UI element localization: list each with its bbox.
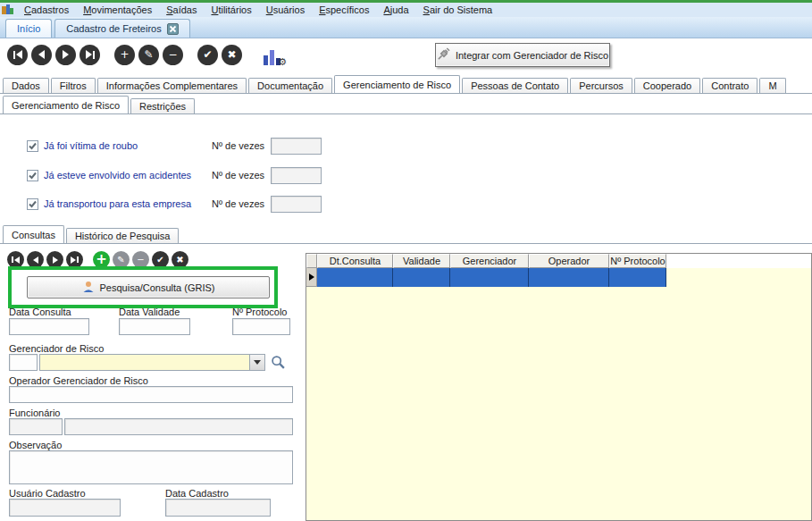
consulta-edit-button[interactable]: ✎	[113, 251, 130, 268]
grid-header: Dt.Consulta Validade Gerenciador Operado…	[306, 254, 811, 268]
tab-clipped[interactable]: M	[759, 78, 785, 93]
menu-item-label: adastros	[31, 4, 69, 15]
tab-inicio[interactable]: Início	[5, 19, 52, 38]
consulta-nav-prev-button[interactable]	[27, 251, 44, 268]
tab-documentacao[interactable]: Documentação	[248, 78, 332, 93]
data-cadastro-label: Data Cadastro	[165, 488, 229, 499]
funcionario-label: Funcionário	[9, 408, 60, 418]
menu-item-movimentacoes[interactable]: Movimentações	[76, 3, 159, 17]
menu-item-ajuda[interactable]: Ajuda	[376, 3, 415, 17]
grid-col-operador[interactable]: Operador	[529, 254, 609, 268]
gerenciador-code-input[interactable]	[9, 354, 38, 371]
data-consulta-input[interactable]	[9, 318, 89, 335]
consulta-confirm-button[interactable]: ✔	[152, 251, 169, 268]
grid-col-validade[interactable]: Validade	[393, 254, 450, 268]
tab-cooperado[interactable]: Cooperado	[634, 78, 700, 93]
consulta-toolbar: + ✎ − ✔ ✖	[7, 251, 191, 268]
grid-col-dt-consulta[interactable]: Dt.Consulta	[317, 254, 393, 268]
row-indicator-cell	[306, 268, 317, 287]
consulta-add-button[interactable]: +	[93, 251, 110, 268]
checkbox-transportou[interactable]	[27, 198, 38, 210]
subtab-gerenciamento-de-risco[interactable]: Gerenciamento de Risco	[3, 96, 129, 114]
consulta-cancel-button[interactable]: ✖	[172, 251, 188, 268]
menu-item-label: suários	[273, 4, 305, 15]
times-label: Nº de vezes	[212, 198, 264, 209]
funcionario-code-input[interactable]	[9, 418, 63, 435]
menu-item-usuarios[interactable]: Usuários	[259, 3, 312, 17]
times-label: Nº de vezes	[212, 170, 264, 181]
person-icon	[82, 281, 95, 295]
confirm-button[interactable]: ✔	[197, 45, 218, 65]
menu-item-label: aídas	[173, 4, 197, 15]
num-protocolo-input[interactable]	[232, 318, 290, 335]
integrate-button-label: Integrar com Gerenciador de Risco	[456, 50, 608, 61]
tab-contrato[interactable]: Contrato	[702, 78, 758, 93]
tab-label: Cadastro de Freteiros	[66, 21, 161, 38]
search-button-label: Pesquisa/Consulta (GRIS)	[100, 282, 215, 293]
grid-col-gerenciador[interactable]: Gerenciador	[450, 254, 529, 268]
menu-item-cadastros[interactable]: Cadastros	[17, 3, 76, 17]
nav-first-button[interactable]	[7, 45, 28, 65]
delete-button[interactable]: −	[163, 45, 183, 65]
data-cadastro-input[interactable]	[165, 499, 271, 517]
tab-pessoas-de-contato[interactable]: Pessoas de Contato	[462, 78, 568, 93]
subtab-restricoes[interactable]: Restrições	[130, 98, 195, 113]
menu-item-especificos[interactable]: Específicos	[312, 3, 376, 17]
observacao-textarea[interactable]	[9, 450, 293, 484]
pesquisa-consulta-gris-button[interactable]: Pesquisa/Consulta (GRIS)	[27, 276, 270, 298]
edit-button[interactable]: ✎	[138, 45, 159, 65]
selected-grid-row[interactable]	[317, 268, 666, 287]
add-button[interactable]: +	[114, 45, 135, 65]
times-input-acidentes[interactable]	[271, 167, 322, 184]
consulta-nav-next-button[interactable]	[46, 251, 63, 268]
usuario-cadastro-input[interactable]	[9, 499, 121, 517]
chart-report-icon[interactable]: ⚙	[262, 44, 285, 65]
data-validade-input[interactable]	[119, 318, 190, 335]
row-indicator-icon	[309, 273, 314, 281]
menu-item-label: air do Sistema	[430, 4, 492, 15]
consulta-grid: Dt.Consulta Validade Gerenciador Operado…	[306, 253, 812, 521]
search-icon[interactable]	[271, 355, 287, 371]
tab-dados[interactable]: Dados	[3, 78, 49, 93]
consulta-delete-button[interactable]: −	[132, 251, 149, 268]
grid-col-num-protocolo[interactable]: Nº Protocolo	[609, 254, 666, 268]
menu-item-saidas[interactable]: Saídas	[159, 3, 204, 17]
consulta-nav-last-button[interactable]	[66, 251, 83, 268]
menu-item-sair[interactable]: Sair do Sistema	[416, 3, 500, 17]
cancel-button[interactable]: ✖	[222, 45, 242, 65]
checkbox-vitima-roubo[interactable]	[27, 140, 38, 152]
menu-item-label: ovimentações	[91, 4, 152, 15]
gerenciador-combobox[interactable]	[39, 354, 265, 371]
tab-cadastro-freteiros[interactable]: Cadastro de Freteiros	[54, 19, 189, 38]
close-tab-icon[interactable]	[167, 23, 179, 35]
checkbox-acidentes[interactable]	[27, 170, 38, 181]
window-tab-bar: Início Cadastro de Freteiros	[0, 17, 812, 38]
grid-cell	[529, 268, 609, 287]
tab-filtros[interactable]: Filtros	[51, 78, 96, 93]
tab-consultas[interactable]: Consultas	[3, 225, 64, 244]
nav-last-button[interactable]	[80, 45, 100, 65]
times-input-roubo[interactable]	[271, 138, 322, 155]
operador-input[interactable]	[9, 386, 293, 403]
check-row-transportou: Já transportou para esta empresa Nº de v…	[27, 196, 331, 212]
risk-tab-strip: Gerenciamento de Risco Restrições	[0, 96, 812, 114]
integrate-risk-button[interactable]: Integrar com Gerenciador de Risco	[435, 43, 610, 67]
nav-next-button[interactable]	[55, 45, 76, 65]
nav-prev-button[interactable]	[31, 45, 52, 65]
menu-item-utilitarios[interactable]: Utilitários	[204, 3, 258, 17]
times-input-transportou[interactable]	[271, 196, 322, 213]
menu-item-label: juda	[390, 4, 409, 15]
tab-informacoes-complementares[interactable]: Informações Complementares	[97, 78, 247, 93]
tab-percursos[interactable]: Percursos	[570, 78, 632, 93]
gear-icon: ⚙	[278, 56, 287, 68]
consulta-nav-first-button[interactable]	[7, 251, 24, 268]
funcionario-name-input[interactable]	[64, 418, 293, 435]
tab-historico-pesquisa[interactable]: Histórico de Pesquisa	[66, 228, 179, 243]
tab-gerenciamento-de-risco[interactable]: Gerenciamento de Risco	[334, 75, 460, 94]
grid-body[interactable]	[306, 268, 811, 520]
usuario-cadastro-label: Usuário Cadastro	[9, 488, 86, 499]
combo-dropdown-button[interactable]	[249, 355, 264, 370]
num-protocolo-label: Nº Protocolo	[232, 307, 288, 317]
app-icon	[2, 4, 13, 16]
app-window: Cadastros Movimentações Saídas Utilitári…	[0, 0, 812, 521]
